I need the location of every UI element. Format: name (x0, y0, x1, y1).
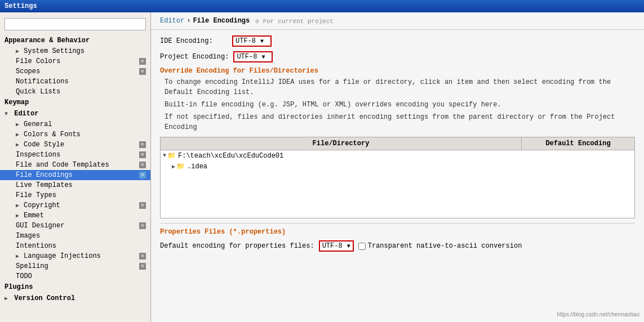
sidebar-item-spelling[interactable]: Spelling ⊙ (0, 261, 150, 271)
ide-encoding-label: IDE Encoding: (160, 37, 228, 45)
expand-arrow-icon: ▼ (163, 153, 166, 159)
folder-icon: 📁 (176, 162, 185, 171)
project-encoding-value: UTF-8 (237, 53, 257, 61)
section-keymap: Keymap (0, 97, 150, 108)
content-area: Editor › File Encodings ⊙ For current pr… (151, 12, 644, 322)
dropdown-arrow-icon: ▼ (347, 243, 350, 249)
properties-section: Properties Files (*.properties) Default … (160, 223, 635, 252)
override-section-heading: Override Encoding for Files/Directories (160, 67, 635, 75)
file-table-header: File/Directory Default Encoding (161, 137, 634, 150)
sidebar-item-intentions[interactable]: Intentions (0, 241, 150, 251)
project-encoding-row: Project Encoding: UTF-8 ▼ (160, 51, 635, 62)
arrow-icon: ▶ (16, 212, 21, 219)
sidebar-item-language-injections[interactable]: ▶Language Injections ⊙ (0, 251, 150, 261)
breadcrumb-parent[interactable]: Editor (160, 17, 184, 25)
project-encoding-label: Project Encoding: (160, 53, 229, 61)
vc-arrow-icon: ▶ (5, 295, 10, 302)
file-tree-row-idea[interactable]: ▶ 📁 .idea (161, 161, 634, 172)
sidebar-item-copyright[interactable]: ▶Copyright ⊙ (0, 200, 150, 211)
watermark: https://blog.csdn.net/chennaotiao (557, 311, 639, 317)
file-tree-row-root[interactable]: ▼ 📁 F:\teach\xcEdu\xcEduCode01 (161, 150, 634, 161)
sidebar-item-todo[interactable]: TODO (0, 271, 150, 281)
sidebar-item-quick-lists[interactable]: Quick Lists (0, 87, 150, 97)
section-plugins: Plugins (0, 281, 150, 293)
sidebar-item-general[interactable]: ▶General (0, 119, 150, 129)
arrow-icon: ▶ (16, 141, 21, 148)
section-version-control: ▶ Version Control (0, 293, 150, 304)
ide-encoding-row: IDE Encoding: UTF-8 ▼ (160, 35, 635, 47)
file-dir-label: .idea (187, 163, 207, 171)
page-icon: ⊙ (139, 58, 146, 65)
page-icon: ⊙ (139, 151, 146, 158)
page-icon: ⊙ (139, 222, 146, 229)
page-icon: ⊙ (139, 68, 146, 75)
section-appearance: Appearance & Behavior (0, 35, 150, 46)
breadcrumb-current: File Encodings (193, 17, 250, 25)
override-description-line3: If not specified, files and directories … (165, 112, 635, 132)
encoding-column-header: Default Encoding (522, 137, 634, 150)
file-table: File/Directory Default Encoding ▼ 📁 F:\t… (160, 137, 635, 218)
breadcrumb-separator: › (186, 17, 190, 25)
override-description-line2: Built-in file encoding (e.g. JSP, HTML o… (165, 100, 635, 110)
dropdown-arrow-icon: ▼ (261, 54, 265, 60)
search-input[interactable] (5, 18, 146, 30)
sidebar-item-inspections[interactable]: Inspections ⊙ (0, 150, 150, 160)
page-icon: ⊙ (139, 162, 146, 168)
sidebar-item-code-style[interactable]: ▶Code Style ⊙ (0, 140, 150, 150)
properties-encoding-label: Default encoding for properties files: (160, 242, 314, 250)
file-path-label: F:\teach\xcEdu\xcEduCode01 (178, 152, 283, 160)
breadcrumb-note: ⊙ For current project (255, 17, 334, 25)
arrow-icon: ▶ (16, 48, 21, 55)
dropdown-arrow-icon: ▼ (260, 38, 264, 44)
ide-encoding-dropdown[interactable]: UTF-8 ▼ (232, 35, 272, 47)
properties-title: Properties Files (*.properties) (160, 228, 635, 236)
sidebar-item-file-code-templates[interactable]: File and Code Templates ⊙ (0, 160, 150, 170)
page-icon-active: ⊙ (139, 172, 146, 178)
expand-arrow-icon: ▶ (172, 163, 175, 170)
properties-row: Default encoding for properties files: U… (160, 240, 635, 252)
title-bar: Settings (0, 0, 644, 12)
file-column-header: File/Directory (161, 137, 522, 150)
file-table-body: ▼ 📁 F:\teach\xcEdu\xcEduCode01 ▶ 📁 .idea (161, 150, 634, 218)
transparent-checkbox-label[interactable]: Transparent native-to-ascii conversion (358, 242, 522, 250)
sidebar-item-emmet[interactable]: ▶Emmet (0, 211, 150, 221)
title-label: Settings (5, 2, 37, 10)
sidebar-item-images[interactable]: Images (0, 231, 150, 241)
breadcrumb: Editor › File Encodings ⊙ For current pr… (151, 12, 644, 30)
page-icon: ⊙ (139, 253, 146, 260)
sidebar-item-system-settings[interactable]: ▶System Settings (0, 46, 150, 56)
sidebar-item-notifications[interactable]: Notifications (0, 77, 150, 87)
page-icon: ⊙ (139, 141, 146, 148)
sidebar-item-file-encodings[interactable]: File Encodings ⊙ (0, 170, 150, 180)
arrow-icon: ▶ (16, 131, 21, 138)
properties-encoding-dropdown[interactable]: UTF-8 ▼ (319, 240, 354, 252)
arrow-icon: ▶ (16, 253, 21, 260)
sidebar-item-gui-designer[interactable]: GUI Designer ⊙ (0, 221, 150, 231)
sidebar-item-scopes[interactable]: Scopes ⊙ (0, 66, 150, 77)
content-body: IDE Encoding: UTF-8 ▼ Project Encoding: … (151, 30, 644, 322)
sidebar-item-file-colors[interactable]: File Colors ⊙ (0, 56, 150, 66)
transparent-checkbox-text: Transparent native-to-ascii conversion (368, 242, 522, 250)
arrow-icon: ▶ (16, 121, 21, 128)
section-editor: ▼ Editor (0, 108, 150, 119)
sidebar: Appearance & Behavior ▶System Settings F… (0, 12, 151, 322)
ide-encoding-value: UTF-8 (236, 37, 256, 45)
sidebar-item-live-templates[interactable]: Live Templates (0, 180, 150, 190)
project-encoding-dropdown[interactable]: UTF-8 ▼ (233, 51, 273, 62)
properties-encoding-value: UTF-8 (322, 242, 343, 250)
sidebar-item-colors-fonts[interactable]: ▶Colors & Fonts (0, 129, 150, 140)
override-description-line1: To change encoding IntelliJ IDEA uses fo… (165, 77, 635, 97)
transparent-checkbox[interactable] (358, 243, 366, 250)
sidebar-item-file-types[interactable]: File Types (0, 190, 150, 200)
editor-arrow-icon: ▼ (5, 111, 10, 117)
arrow-icon: ▶ (16, 202, 21, 209)
page-icon: ⊙ (139, 263, 146, 270)
page-icon: ⊙ (139, 202, 146, 209)
folder-icon: 📁 (167, 151, 176, 160)
